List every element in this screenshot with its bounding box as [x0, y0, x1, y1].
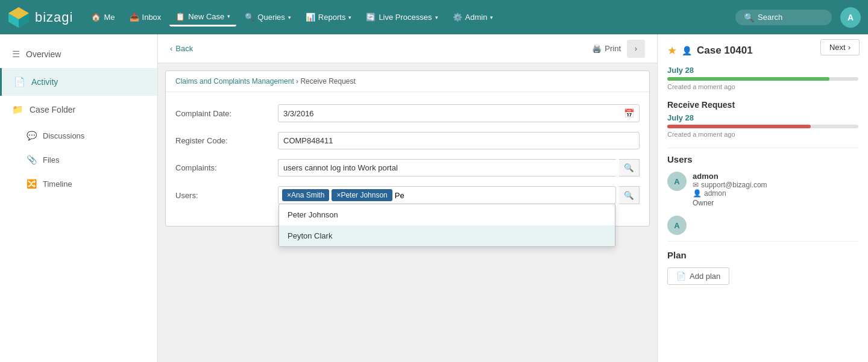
breadcrumb-current: Receive Request — [300, 77, 355, 86]
queries-icon: 🔍 — [245, 13, 254, 22]
sidebar-item-files[interactable]: 📎 Files — [0, 148, 157, 172]
sidebar: ☰ Overview 📄 Activity 📁 Case Folder 💬 Di… — [0, 34, 158, 362]
print-icon: 🖨️ — [592, 44, 602, 53]
live-processes-caret: ▾ — [435, 14, 438, 20]
back-button[interactable]: ‹ Back — [170, 44, 193, 53]
files-icon: 📎 — [27, 155, 37, 164]
queries-caret: ▾ — [288, 14, 291, 20]
user-link-icon: 👤 — [682, 46, 692, 55]
add-plan-button[interactable]: 📄 Add plan — [667, 267, 729, 285]
top-navigation: bizagi 🏠 Me 📥 Inbox 📋 New Case ▾ 🔍 Queri… — [0, 0, 868, 34]
case-folder-icon: 📁 — [12, 104, 24, 115]
user-tag-ana-smith-label: ×Ana Smith — [287, 191, 324, 199]
nav-item-admin[interactable]: ⚙️ Admin ▾ — [447, 9, 500, 25]
overview-icon: ☰ — [12, 49, 20, 60]
complaint-date-field[interactable]: 3/3/2016 📅 — [278, 104, 640, 122]
complaint-date-row: Complaint Date: 3/3/2016 📅 — [175, 104, 640, 122]
users-row: Users: ×Ana Smith ×Peter Johnson Peter — [175, 186, 640, 204]
users-type-input[interactable] — [395, 191, 413, 200]
breadcrumb-parent[interactable]: Claims and Complaints Management — [175, 77, 294, 86]
form-body: Complaint Date: 3/3/2016 📅 Register Code… — [166, 92, 649, 226]
add-plan-icon: 📄 — [676, 272, 686, 281]
user-icon: 👤 — [693, 189, 702, 198]
divider-1 — [667, 148, 858, 148]
nav-item-live-processes[interactable]: 🔄 Live Processes ▾ — [360, 9, 444, 25]
logo[interactable]: bizagi — [7, 6, 73, 29]
sidebar-item-timeline[interactable]: 🔀 Timeline — [0, 172, 157, 196]
print-button[interactable]: 🖨️ Print — [592, 44, 621, 53]
register-code-field[interactable] — [278, 132, 640, 149]
right-panel: ★ 👤 Case 10401 July 28 Created a moment … — [657, 34, 868, 362]
content-area: ‹ Back 🖨️ Print › Claims and Complaints … — [158, 34, 657, 362]
complaints-search-button[interactable]: 🔍 — [619, 159, 640, 176]
admin-icon: ⚙️ — [453, 13, 462, 22]
live-processes-icon: 🔄 — [366, 13, 376, 22]
new-case-icon: 📋 — [175, 12, 185, 21]
extra-user-avatar: A — [667, 216, 687, 235]
progress-bar-wrap-2 — [667, 125, 858, 128]
sidebar-item-case-folder[interactable]: 📁 Case Folder — [0, 96, 157, 123]
user-role-admin: Owner — [693, 199, 858, 207]
reports-caret: ▾ — [348, 14, 351, 20]
divider-2 — [667, 241, 858, 242]
star-icon[interactable]: ★ — [667, 44, 677, 57]
sidebar-item-overview[interactable]: ☰ Overview — [0, 40, 157, 68]
calendar-icon: 📅 — [624, 108, 634, 118]
sidebar-item-activity[interactable]: 📄 Activity — [0, 68, 157, 96]
users-dropdown: Peter Johnson Peyton Clark — [278, 204, 615, 247]
email-icon: ✉ — [693, 181, 699, 189]
complaints-label: Complaints: — [175, 163, 272, 172]
users-search-button[interactable]: 🔍 — [619, 186, 640, 204]
user-name-admin: admon — [693, 172, 858, 181]
dropdown-item-peyton-clark[interactable]: Peyton Clark — [279, 225, 615, 246]
nav-item-new-case[interactable]: 📋 New Case ▾ — [169, 8, 236, 27]
user-avatar-button[interactable]: A — [840, 7, 861, 28]
search-box[interactable]: 🔍 — [735, 10, 832, 25]
timeline-subtitle-2: Created a moment ago — [667, 131, 858, 138]
progress-bar-wrap-1 — [667, 77, 858, 81]
next-button[interactable]: Next › — [820, 39, 860, 55]
users-field[interactable]: ×Ana Smith ×Peter Johnson Peter Johnson … — [278, 186, 616, 204]
chevron-right-icon: › — [635, 44, 637, 53]
users-label: Users: — [175, 191, 272, 200]
complaints-row: Complaints: 🔍 — [175, 159, 640, 176]
activity-icon: 📄 — [14, 76, 25, 87]
progress-bar-red — [667, 125, 811, 128]
nav-item-reports[interactable]: 📊 Reports ▾ — [300, 9, 358, 25]
progress-bar-green — [667, 77, 829, 81]
timeline-subtitle-1: Created a moment ago — [667, 83, 858, 90]
plan-section: Plan 📄 Add plan — [667, 250, 858, 285]
user-tag-peter-johnson: ×Peter Johnson — [332, 189, 392, 201]
breadcrumb-separator: › — [296, 77, 298, 86]
next-chevron-icon: › — [848, 43, 851, 52]
case-title: Case 10401 — [697, 45, 753, 57]
sidebar-item-discussions[interactable]: 💬 Discussions — [0, 123, 157, 148]
nav-item-inbox[interactable]: 📥 Inbox — [124, 9, 168, 25]
register-code-label: Register Code: — [175, 136, 272, 145]
user-avatar-admin: A — [667, 172, 687, 191]
home-icon: 🏠 — [91, 13, 101, 22]
register-code-input — [278, 132, 640, 149]
user-username-admin: 👤 admon — [693, 189, 858, 198]
inbox-icon: 📥 — [130, 13, 139, 22]
collapse-panel-button[interactable]: › — [627, 40, 645, 58]
complaints-field[interactable] — [278, 159, 616, 176]
nav-item-queries[interactable]: 🔍 Queries ▾ — [239, 9, 297, 25]
nav-item-me[interactable]: 🏠 Me — [85, 9, 121, 25]
sub-header: ‹ Back 🖨️ Print › — [158, 34, 657, 63]
search-input[interactable] — [758, 13, 818, 22]
timeline-date-1: July 28 — [667, 66, 858, 75]
reports-icon: 📊 — [306, 13, 315, 22]
timeline-section-2: July 28 Created a moment ago — [667, 113, 858, 138]
new-case-caret: ▾ — [227, 13, 230, 19]
dropdown-item-peter-johnson[interactable]: Peter Johnson — [279, 204, 615, 225]
complaint-date-label: Complaint Date: — [175, 109, 272, 118]
plan-section-title: Plan — [667, 250, 858, 260]
complaint-date-input: 3/3/2016 📅 — [278, 104, 640, 122]
complaints-input: 🔍 — [278, 159, 640, 176]
users-section-title: Users — [667, 154, 858, 164]
user-tag-peter-johnson-label: ×Peter Johnson — [336, 191, 387, 199]
breadcrumb: Claims and Complaints Management › Recei… — [166, 71, 649, 92]
timeline-date-2: July 28 — [667, 113, 858, 122]
users-input-area: ×Ana Smith ×Peter Johnson Peter Johnson … — [278, 186, 640, 204]
